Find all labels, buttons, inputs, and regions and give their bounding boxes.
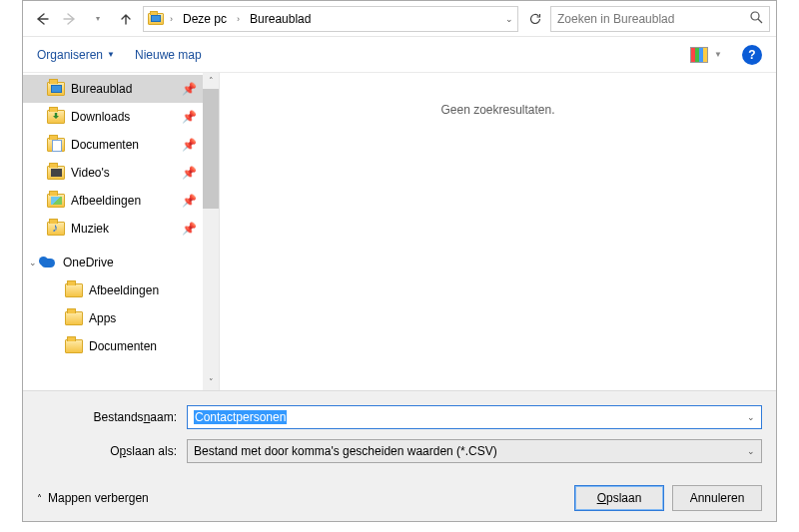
breadcrumb-separator-icon: › [235, 14, 242, 24]
tree-item-music[interactable]: Muziek 📌 [23, 215, 219, 243]
cancel-button[interactable]: Annuleren [672, 485, 762, 511]
breadcrumb-root[interactable]: Deze pc [179, 10, 231, 28]
tree-item-label: Video's [71, 166, 110, 180]
pin-icon: 📌 [182, 222, 197, 236]
breadcrumb-current[interactable]: Bureaublad [246, 10, 315, 28]
refresh-button[interactable] [522, 6, 548, 32]
save-dialog: ▾ › Deze pc › Bureaublad ⌄ Zoeken in Bur… [22, 0, 777, 522]
tree-item-desktop[interactable]: Bureaublad 📌 [23, 75, 219, 103]
hide-folders-toggle[interactable]: ˄ Mappen verbergen [37, 491, 149, 505]
expand-caret-icon[interactable]: ⌄ [29, 258, 37, 267]
refresh-icon [528, 12, 542, 26]
filetype-label: Opslaan als: [37, 444, 187, 458]
scroll-up-icon[interactable]: ˄ [203, 73, 219, 89]
chevron-up-icon: ˄ [37, 493, 42, 504]
chevron-down-icon[interactable]: ⌄ [747, 412, 755, 422]
search-icon [750, 11, 763, 27]
tree-item-od-pictures[interactable]: Afbeeldingen [23, 276, 219, 304]
scroll-down-icon[interactable]: ˅ [203, 374, 219, 390]
filename-value: Contactpersonen [194, 410, 287, 424]
pin-icon: 📌 [182, 138, 197, 152]
chevron-down-icon[interactable]: ⌄ [747, 446, 755, 456]
this-pc-icon [148, 13, 164, 25]
filename-input[interactable]: Contactpersonen ⌄ [187, 405, 762, 429]
tree-item-pictures[interactable]: Afbeeldingen 📌 [23, 187, 219, 215]
back-button[interactable] [29, 6, 55, 32]
arrow-right-icon [63, 12, 77, 26]
path-box[interactable]: › Deze pc › Bureaublad ⌄ [143, 6, 518, 32]
folder-icon [65, 311, 83, 325]
cancel-button-label: Annuleren [690, 491, 745, 505]
bottom-panel: Bestandsnaam: Contactpersonen ⌄ Opslaan … [23, 390, 776, 521]
hide-folders-label: Mappen verbergen [48, 491, 149, 505]
no-results-text: Geen zoekresultaten. [440, 103, 554, 117]
tree-item-documents[interactable]: Documenten 📌 [23, 131, 219, 159]
help-button[interactable]: ? [742, 45, 762, 65]
pin-icon: 📌 [182, 166, 197, 180]
recent-locations-button[interactable]: ▾ [85, 6, 111, 32]
search-input[interactable]: Zoeken in Bureaublad [550, 6, 770, 32]
help-icon: ? [748, 48, 755, 62]
videos-folder-icon [47, 166, 65, 180]
chevron-down-icon: ▾ [96, 14, 100, 23]
tree-item-downloads[interactable]: Downloads 📌 [23, 103, 219, 131]
tree-item-label: Documenten [89, 339, 157, 353]
tree-scrollbar[interactable]: ˄ ˅ [203, 73, 219, 390]
folder-icon [65, 283, 83, 297]
desktop-folder-icon [47, 82, 65, 96]
svg-point-0 [751, 12, 759, 20]
organize-menu[interactable]: Organiseren ▼ [37, 48, 115, 62]
new-folder-button[interactable]: Nieuwe map [135, 48, 202, 62]
tree-item-label: Downloads [71, 110, 130, 124]
file-list[interactable]: Geen zoekresultaten. [219, 73, 776, 390]
chevron-down-icon: ▼ [107, 50, 115, 59]
tree-item-label: Documenten [71, 138, 139, 152]
tree-item-label: Apps [89, 311, 116, 325]
downloads-folder-icon [47, 110, 65, 124]
main-area: Bureaublad 📌 Downloads 📌 Documenten 📌 Vi… [23, 73, 776, 390]
pin-icon: 📌 [182, 110, 197, 124]
save-button[interactable]: Opslaan [574, 485, 664, 511]
toolbar: Organiseren ▼ Nieuwe map ▼ ? [23, 37, 776, 73]
documents-folder-icon [47, 138, 65, 152]
pin-icon: 📌 [182, 82, 197, 96]
view-options-button[interactable]: ▼ [690, 47, 722, 63]
up-button[interactable] [113, 6, 139, 32]
tree-item-label: Afbeeldingen [71, 194, 141, 208]
tree-item-label: Muziek [71, 222, 109, 236]
arrow-left-icon [35, 12, 49, 26]
onedrive-icon [39, 257, 57, 268]
pictures-folder-icon [47, 194, 65, 208]
search-placeholder: Zoeken in Bureaublad [557, 12, 744, 26]
address-bar: ▾ › Deze pc › Bureaublad ⌄ Zoeken in Bur… [23, 1, 776, 37]
folder-icon [65, 339, 83, 353]
save-button-label: Opslaan [597, 491, 642, 505]
forward-button[interactable] [57, 6, 83, 32]
filename-label: Bestandsnaam: [37, 410, 187, 424]
tree-item-label: Bureaublad [71, 82, 132, 96]
new-folder-label: Nieuwe map [135, 48, 202, 62]
tree-item-videos[interactable]: Video's 📌 [23, 159, 219, 187]
pin-icon: 📌 [182, 194, 197, 208]
breadcrumb-separator-icon: › [168, 14, 175, 24]
tree-item-label: OneDrive [63, 256, 114, 269]
organize-label: Organiseren [37, 48, 103, 62]
tree-item-od-apps[interactable]: Apps [23, 304, 219, 332]
tree-item-onedrive[interactable]: ⌄ OneDrive [23, 249, 219, 276]
svg-line-1 [758, 19, 762, 23]
chevron-down-icon[interactable]: ⌄ [505, 14, 513, 24]
filetype-value: Bestand met door komma's gescheiden waar… [194, 444, 497, 458]
nav-tree[interactable]: Bureaublad 📌 Downloads 📌 Documenten 📌 Vi… [23, 73, 219, 390]
view-icon [690, 47, 708, 63]
filetype-select[interactable]: Bestand met door komma's gescheiden waar… [187, 439, 762, 463]
chevron-down-icon: ▼ [714, 50, 722, 59]
scroll-thumb[interactable] [203, 89, 219, 209]
arrow-up-icon [119, 12, 133, 26]
music-folder-icon [47, 222, 65, 236]
tree-item-od-documents[interactable]: Documenten [23, 332, 219, 360]
tree-item-label: Afbeeldingen [89, 283, 159, 297]
